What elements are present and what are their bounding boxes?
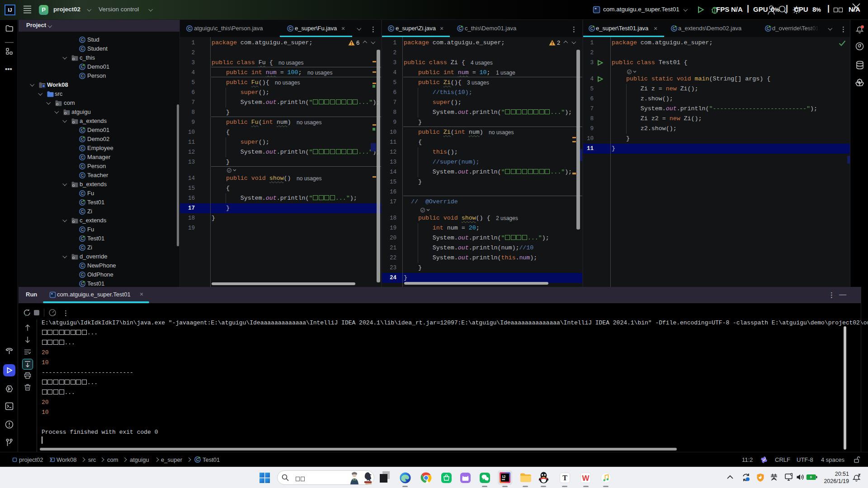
svg-text:C: C — [81, 209, 84, 214]
svg-text:C: C — [81, 38, 84, 42]
svg-text:C: C — [289, 26, 292, 31]
svg-text:C: C — [390, 26, 393, 31]
svg-text:C: C — [81, 245, 84, 250]
svg-text:C: C — [81, 155, 84, 160]
svg-text:C: C — [81, 227, 84, 232]
svg-text:C: C — [81, 146, 84, 150]
svg-text:C: C — [81, 191, 84, 196]
svg-text:C: C — [81, 272, 84, 277]
svg-text:IJ: IJ — [8, 7, 12, 13]
svg-text:C: C — [81, 164, 84, 169]
svg-text:C: C — [81, 263, 84, 268]
svg-text:C: C — [81, 173, 84, 178]
svg-text:IJ: IJ — [502, 474, 505, 479]
svg-text:C: C — [81, 74, 84, 78]
svg-text:C: C — [188, 26, 191, 31]
svg-text:C: C — [81, 47, 84, 51]
